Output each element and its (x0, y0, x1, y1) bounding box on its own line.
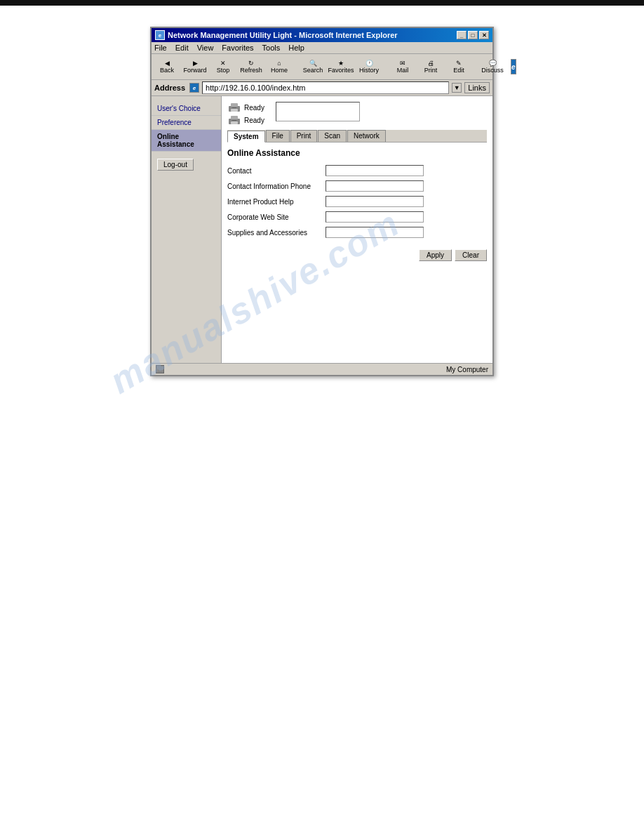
printer-icons: Ready Ready (227, 102, 264, 126)
form-row-contact: Contact (227, 165, 487, 176)
menu-file[interactable]: File (154, 44, 167, 52)
online-assistance-section: Online Assistance Contact Contact Inform… (227, 148, 487, 261)
form-row-contact-phone: Contact Information Phone (227, 180, 487, 192)
toolbar-search[interactable]: Search (300, 58, 326, 75)
back-icon (165, 60, 170, 67)
status-bar: My Computer (152, 363, 492, 375)
forward-icon (193, 60, 198, 67)
input-corporate-web[interactable] (326, 211, 424, 223)
toolbar-search-label: Search (303, 67, 323, 74)
toolbar-back[interactable]: Back (154, 58, 180, 75)
section-title: Online Assistance (227, 148, 487, 158)
edit-icon (456, 60, 462, 67)
menu-favorites[interactable]: Favorites (222, 44, 253, 52)
svg-rect-1 (231, 103, 238, 107)
window-title: Network Management Utility Light - Micro… (168, 31, 398, 39)
status-display-box (276, 102, 360, 121)
history-icon (365, 60, 373, 67)
menu-tools[interactable]: Tools (262, 44, 281, 52)
label-contact: Contact (227, 167, 326, 175)
toolbar-mail-label: Mail (397, 67, 409, 74)
label-contact-phone: Contact Information Phone (227, 183, 326, 190)
toolbar-discuss-label: Discuss (481, 67, 504, 74)
address-ie-icon: e (189, 83, 199, 93)
sidebar-item-users-choice[interactable]: User's Choice (152, 102, 221, 116)
toolbar-home[interactable]: Home (267, 58, 292, 75)
sidebar-logout-area: Log-out (152, 157, 221, 172)
toolbar-edit[interactable]: Edit (446, 58, 471, 75)
printer-status-label-1: Ready (244, 104, 264, 112)
apply-button[interactable]: Apply (419, 249, 452, 261)
input-internet-help[interactable] (326, 196, 424, 207)
toolbar-favorites[interactable]: Favorites (328, 58, 354, 75)
printer-status-row-2: Ready (227, 114, 264, 126)
favorites-icon (338, 60, 344, 67)
home-icon (277, 60, 281, 67)
close-button[interactable]: ✕ (479, 31, 489, 39)
svg-rect-2 (231, 109, 238, 112)
form-row-internet-help: Internet Product Help (227, 196, 487, 207)
address-bar: Address e ▼ Links (152, 80, 492, 96)
printer-status-row-1: Ready (227, 102, 264, 113)
toolbar-back-label: Back (160, 67, 174, 74)
sidebar: User's Choice Preference Online Assistan… (152, 96, 222, 363)
toolbar-forward[interactable]: Forward (182, 58, 208, 75)
title-bar: e Network Management Utility Light - Mic… (152, 28, 492, 42)
toolbar-stop-label: Stop (217, 67, 230, 74)
clear-button[interactable]: Clear (455, 249, 487, 261)
stop-icon (220, 60, 226, 67)
status-bar-left (156, 365, 167, 373)
printer-icon-1 (227, 102, 241, 113)
sidebar-item-online-assistance[interactable]: Online Assistance (152, 130, 221, 152)
tabs: System File Print Scan Network (227, 130, 487, 143)
menu-view[interactable]: View (197, 44, 214, 52)
toolbar-print-label: Print (424, 67, 438, 74)
tab-file[interactable]: File (266, 130, 290, 142)
form-row-corporate-web: Corporate Web Site (227, 211, 487, 223)
mail-icon (400, 60, 405, 67)
logout-button[interactable]: Log-out (157, 159, 194, 171)
toolbar-mail[interactable]: Mail (390, 58, 415, 75)
tab-system[interactable]: System (227, 131, 265, 143)
toolbar-forward-label: Forward (184, 67, 207, 74)
discuss-icon (489, 60, 497, 67)
search-icon (309, 60, 317, 67)
printer-icon-2 (227, 114, 241, 126)
top-bar (0, 0, 644, 6)
menu-edit[interactable]: Edit (175, 44, 189, 52)
toolbar-edit-label: Edit (453, 67, 464, 74)
toolbar-print[interactable]: Print (418, 58, 443, 75)
status-bar-icon (156, 365, 164, 373)
menu-bar: File Edit View Favorites Tools Help (152, 42, 492, 54)
refresh-icon (248, 60, 254, 67)
svg-rect-5 (231, 116, 238, 119)
minimize-button[interactable]: _ (457, 31, 467, 39)
title-bar-controls: _ □ ✕ (457, 31, 489, 39)
input-supplies[interactable] (326, 227, 424, 238)
tab-print[interactable]: Print (290, 130, 318, 142)
label-internet-help: Internet Product Help (227, 198, 326, 206)
toolbar-home-label: Home (271, 67, 288, 74)
toolbar-history[interactable]: History (356, 58, 382, 75)
menu-help[interactable]: Help (288, 44, 304, 52)
input-contact-phone[interactable] (326, 180, 424, 192)
toolbar-stop[interactable]: Stop (210, 58, 236, 75)
svg-rect-6 (231, 121, 238, 124)
address-input[interactable] (202, 81, 449, 94)
printer-status-label-2: Ready (244, 117, 264, 124)
toolbar-history-label: History (359, 67, 379, 74)
input-contact[interactable] (326, 165, 424, 176)
tab-network[interactable]: Network (347, 130, 386, 142)
sidebar-item-preference[interactable]: Preference (152, 116, 221, 130)
title-bar-left: e Network Management Utility Light - Mic… (155, 30, 398, 40)
ie-window: e Network Management Utility Light - Mic… (150, 27, 494, 376)
address-dropdown-icon[interactable]: ▼ (452, 83, 462, 93)
svg-rect-7 (232, 120, 236, 121)
toolbar-refresh[interactable]: Refresh (239, 58, 264, 75)
address-label: Address (154, 84, 185, 92)
toolbar-discuss[interactable]: Discuss (480, 58, 505, 75)
maximize-button[interactable]: □ (468, 31, 478, 39)
tab-scan[interactable]: Scan (318, 130, 347, 142)
print-icon (428, 60, 434, 67)
links-button[interactable]: Links (464, 82, 490, 93)
